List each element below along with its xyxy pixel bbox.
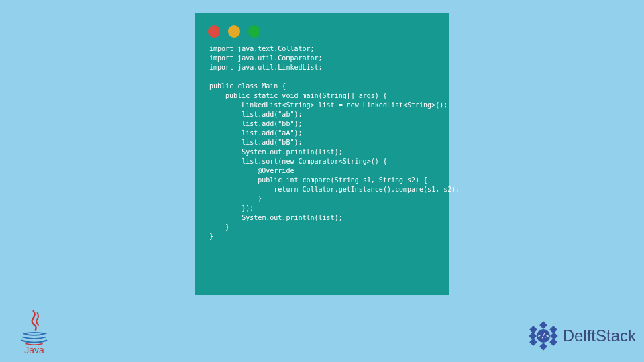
svg-marker-7 (529, 326, 537, 334)
java-steam-icon (24, 310, 44, 333)
delftstack-logo: </> DelftStack (527, 319, 636, 353)
svg-marker-5 (529, 338, 537, 346)
close-icon (208, 25, 220, 38)
svg-marker-2 (550, 332, 558, 340)
svg-marker-4 (539, 343, 547, 351)
code-window: import java.text.Collator; import java.u… (195, 13, 449, 295)
java-logo-text: Java (24, 345, 44, 355)
minimize-icon (228, 25, 240, 38)
svg-marker-1 (549, 326, 557, 334)
svg-marker-3 (549, 338, 557, 346)
maximize-icon (248, 25, 260, 38)
svg-text:</>: </> (537, 332, 549, 339)
java-cup-icon (20, 331, 48, 346)
svg-marker-0 (539, 321, 547, 329)
window-traffic-lights (204, 23, 440, 44)
java-logo: Java (13, 303, 55, 355)
svg-marker-6 (529, 332, 537, 340)
delftstack-logo-text: DelftStack (563, 326, 636, 345)
delftstack-icon: </> (527, 319, 560, 353)
code-block: import java.text.Collator; import java.u… (204, 44, 440, 241)
